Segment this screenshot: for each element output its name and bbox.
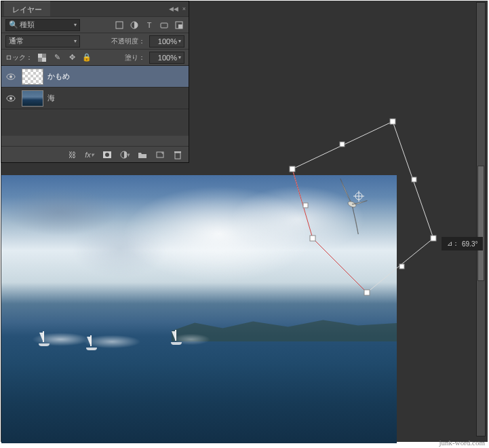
delete-layer-icon[interactable] — [172, 149, 183, 160]
scrollbar-thumb[interactable] — [477, 166, 484, 281]
svg-rect-23 — [42, 58, 46, 62]
search-icon: 🔍 — [9, 20, 18, 29]
fill-input[interactable]: 100% ▾ — [149, 52, 184, 64]
lock-paint-icon[interactable]: ✎ — [52, 52, 62, 63]
add-mask-icon[interactable] — [102, 149, 113, 160]
layer-thumbnail[interactable] — [22, 90, 43, 107]
layer-name[interactable]: 海 — [47, 93, 55, 103]
visibility-toggle[interactable] — [4, 70, 18, 83]
collapse-icon[interactable]: ◀◀ — [169, 5, 178, 12]
panel-header: レイヤー ◀◀ × — [1, 1, 189, 16]
layer-filter-dropdown[interactable]: 🔍 種類 ▾ — [5, 19, 80, 31]
panel-footer: ⛓ fx▾ ▾ — [1, 146, 189, 162]
chevron-down-icon: ▾ — [74, 38, 77, 44]
link-layers-icon[interactable]: ⛓ — [66, 149, 77, 160]
svg-rect-16 — [116, 22, 123, 29]
opacity-label: 不透明度： — [111, 37, 145, 46]
new-layer-icon[interactable] — [155, 149, 165, 160]
rotation-angle-badge: ⊿： 69.3° — [442, 237, 483, 250]
filter-pixel-icon[interactable] — [114, 20, 125, 31]
svg-rect-10 — [412, 177, 416, 182]
svg-point-29 — [105, 153, 109, 157]
lock-all-icon[interactable]: 🔒 — [81, 52, 92, 63]
layer-name[interactable]: かもめ — [47, 71, 70, 81]
layer-thumbnail[interactable] — [22, 69, 43, 85]
opacity-input[interactable]: 100% ▾ — [149, 35, 184, 48]
lock-row: ロック： ✎ ✥ 🔒 塗り： 100% ▾ — [1, 49, 189, 65]
layer-fx-icon[interactable]: fx▾ — [84, 149, 95, 160]
chevron-down-icon: ▾ — [74, 22, 77, 28]
layers-list: かもめ 海 — [1, 65, 189, 136]
svg-point-25 — [9, 75, 12, 78]
svg-rect-5 — [390, 119, 395, 124]
visibility-toggle[interactable] — [4, 92, 18, 105]
angle-value: 69.3° — [462, 240, 477, 248]
blend-mode-dropdown[interactable]: 通常 ▾ — [5, 35, 80, 48]
svg-point-27 — [9, 97, 12, 100]
sailboat — [39, 331, 50, 346]
svg-rect-6 — [431, 236, 436, 241]
filter-smartobject-icon[interactable] — [174, 20, 184, 31]
angle-label: ⊿： — [447, 239, 459, 248]
panel-tab-layers[interactable]: レイヤー — [4, 1, 50, 16]
filter-type-label: 種類 — [20, 20, 35, 30]
sailboat — [171, 330, 182, 345]
ocean-reflections — [1, 328, 397, 443]
lock-transparent-icon[interactable] — [37, 52, 47, 63]
svg-rect-33 — [174, 151, 181, 153]
new-group-icon[interactable] — [137, 149, 148, 160]
svg-rect-20 — [178, 24, 182, 29]
layers-panel: レイヤー ◀◀ × 🔍 種類 ▾ T 通常 ▾ 不透明度： 100% ▾ — [1, 1, 189, 163]
filter-type-icon[interactable]: T — [144, 20, 155, 31]
svg-rect-22 — [38, 54, 42, 58]
svg-rect-12 — [399, 264, 404, 269]
fill-label: 塗り： — [125, 53, 145, 62]
svg-rect-32 — [175, 153, 180, 159]
close-icon[interactable]: × — [182, 5, 186, 12]
layer-item[interactable]: 海 — [1, 88, 189, 109]
lock-label: ロック： — [5, 53, 33, 62]
svg-rect-4 — [290, 166, 295, 172]
filter-adjustment-icon[interactable] — [129, 20, 140, 31]
sailboat — [86, 335, 97, 350]
chevron-down-icon: ▾ — [178, 54, 181, 60]
fill-value: 100% — [158, 54, 177, 62]
filter-row: 🔍 種類 ▾ T — [1, 16, 189, 33]
vertical-scrollbar[interactable] — [476, 2, 486, 436]
opacity-value: 100% — [158, 37, 177, 45]
chevron-down-icon: ▾ — [178, 38, 181, 44]
lock-position-icon[interactable]: ✥ — [66, 52, 77, 63]
layer-item[interactable]: かもめ — [1, 66, 189, 88]
watermark: junk-word.com — [439, 438, 485, 447]
filter-shape-icon[interactable] — [159, 20, 170, 31]
seagull-layer-content[interactable] — [321, 174, 383, 235]
blend-mode-value: 通常 — [9, 36, 24, 46]
new-adjustment-icon[interactable]: ▾ — [119, 149, 130, 160]
blend-row: 通常 ▾ 不透明度： 100% ▾ — [1, 33, 189, 49]
svg-rect-9 — [340, 142, 345, 147]
svg-rect-18 — [161, 23, 168, 28]
